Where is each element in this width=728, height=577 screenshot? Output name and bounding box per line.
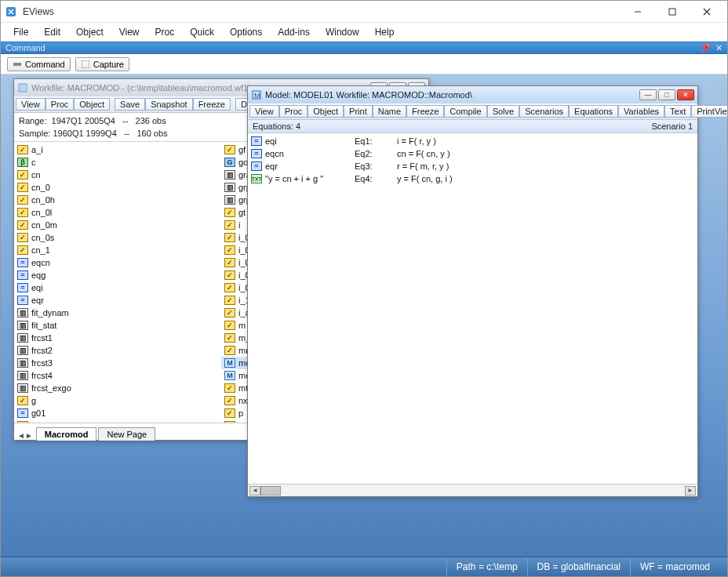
model-close-button[interactable]: ✕: [677, 89, 694, 100]
capture-button[interactable]: Capture: [75, 57, 129, 71]
command-button[interactable]: Command: [7, 57, 71, 71]
command-button-label: Command: [25, 60, 65, 69]
model-eqcount: Equations: 4: [253, 122, 300, 131]
model-minimize-button[interactable]: —: [639, 89, 657, 100]
series-icon: ✓: [17, 208, 28, 217]
model-name-button[interactable]: Name: [373, 105, 406, 118]
model-scenarios-button[interactable]: Scenarios: [519, 105, 569, 118]
workfile-item[interactable]: ▥frcst2: [14, 344, 221, 357]
workfile-item[interactable]: ▥frcst1: [14, 332, 221, 344]
model-equations-button[interactable]: Equations: [569, 105, 618, 118]
workfile-item-label: frcst1: [31, 333, 53, 343]
menu-object[interactable]: Object: [68, 24, 111, 40]
workfile-item-label: r: [238, 421, 242, 423]
tab-new-page[interactable]: New Page: [98, 427, 155, 441]
workfile-item[interactable]: ✓cn_0s: [14, 231, 221, 244]
scroll-left-icon[interactable]: ◄: [249, 486, 260, 495]
workfile-object-button[interactable]: Object: [74, 98, 110, 111]
menu-proc[interactable]: Proc: [147, 24, 183, 40]
workfile-item[interactable]: ▥frcst_exgo: [14, 382, 221, 394]
tab-scroll-right-icon[interactable]: ►: [25, 431, 33, 440]
command-toolbar: Command Capture: [1, 54, 727, 74]
graph-icon: ▥: [224, 170, 235, 180]
scroll-thumb[interactable]: [260, 486, 281, 495]
workfile-item[interactable]: =eqr: [14, 294, 221, 307]
workfile-snapshot-button[interactable]: Snapshot: [145, 98, 192, 111]
tab-macromod[interactable]: Macromod: [36, 427, 97, 441]
minimize-button[interactable]: [621, 1, 655, 23]
workfile-item[interactable]: ▥frcst4: [14, 369, 221, 382]
workfile-item-label: gf: [238, 145, 246, 154]
workfile-proc-button[interactable]: Proc: [46, 98, 75, 111]
workfile-item-label: i: [238, 220, 240, 230]
model-print-button[interactable]: Print: [344, 105, 373, 118]
workfile-item-label: nx: [238, 396, 248, 405]
workfile-item[interactable]: ✓cn_0h: [14, 194, 221, 206]
mdi-workspace: Workfile: MACROMOD - (c:\temp\tableau\ma…: [1, 74, 727, 557]
command-pane-header[interactable]: Command 📌 ✕: [1, 42, 727, 54]
workfile-item[interactable]: ✓a_i: [14, 143, 221, 156]
model-object-button[interactable]: Object: [308, 105, 344, 118]
menu-help[interactable]: Help: [367, 24, 402, 40]
model-proc-button[interactable]: Proc: [279, 105, 308, 118]
model-hscroll[interactable]: ◄ ►: [248, 484, 697, 496]
command-pane-label: Command: [5, 43, 46, 53]
model-icon: M: [224, 371, 235, 380]
workfile-item[interactable]: ▥frcst3: [14, 357, 221, 369]
model-solve-button[interactable]: Solve: [487, 105, 520, 118]
menu-quick[interactable]: Quick: [182, 24, 222, 40]
maximize-button[interactable]: [655, 1, 690, 23]
model-freeze-button[interactable]: Freeze: [406, 105, 444, 118]
workfile-item[interactable]: ✓cn: [14, 169, 221, 181]
workfile-item[interactable]: ▥fit_stat: [14, 319, 221, 332]
workfile-freeze-button[interactable]: Freeze: [193, 98, 231, 111]
tab-scroll-left-icon[interactable]: ◄: [17, 431, 25, 440]
pin-icon[interactable]: 📌: [700, 43, 711, 53]
equation-row[interactable]: TXT"y = cn + i + g "Eq4:y = F( cn, g, i …: [251, 172, 694, 185]
workfile-item-label: a_i: [31, 145, 43, 154]
workfile-item[interactable]: ✓cn_0: [14, 181, 221, 194]
series-icon: ✓: [224, 383, 235, 393]
series-icon: ✓: [224, 321, 235, 330]
workfile-item[interactable]: =eqg: [14, 269, 221, 281]
workfile-item[interactable]: ▥fit_dynam: [14, 307, 221, 319]
model-window[interactable]: M Model: MODEL01 Workfile: MACROMOD::Mac…: [247, 85, 698, 497]
workfile-item[interactable]: βc: [14, 156, 221, 169]
workfile-item[interactable]: =g01: [14, 407, 221, 419]
model-icon: M: [251, 89, 262, 100]
menu-addins[interactable]: Add-ins: [270, 24, 318, 40]
model-variables-button[interactable]: Variables: [618, 105, 664, 118]
alpha-icon: β: [17, 158, 28, 167]
model-titlebar[interactable]: M Model: MODEL01 Workfile: MACROMOD::Mac…: [248, 86, 697, 103]
workfile-icon: [17, 82, 28, 93]
model-printview-button[interactable]: PrintView: [691, 105, 727, 118]
workfile-item[interactable]: ✓cn_0m: [14, 219, 221, 231]
workfile-view-button[interactable]: View: [16, 98, 46, 111]
close-command-pane-icon[interactable]: ✕: [715, 43, 723, 53]
workfile-item[interactable]: =eqcn: [14, 256, 221, 269]
equation-icon: =: [17, 296, 28, 305]
workfile-item[interactable]: ✓g: [14, 394, 221, 407]
model-compile-button[interactable]: Compile: [444, 105, 486, 118]
workfile-item[interactable]: ✓g_trend: [14, 419, 221, 423]
equation-row[interactable]: =eqcnEq2:cn = F( cn, y ): [251, 147, 694, 160]
series-icon: ✓: [224, 408, 235, 418]
equation-row[interactable]: =eqrEq3:r = F( m, r, y ): [251, 160, 694, 172]
menu-view[interactable]: View: [111, 24, 147, 40]
menu-edit[interactable]: Edit: [36, 24, 68, 40]
menu-window[interactable]: Window: [318, 24, 367, 40]
menu-options[interactable]: Options: [222, 24, 270, 40]
workfile-item[interactable]: ✓cn_1: [14, 244, 221, 256]
workfile-item[interactable]: ✓cn_0l: [14, 206, 221, 219]
workfile-item[interactable]: =eqi: [14, 281, 221, 294]
model-maximize-button[interactable]: □: [658, 89, 675, 100]
equation-row[interactable]: =eqiEq1:i = F( r, y ): [251, 135, 694, 147]
scroll-right-icon[interactable]: ►: [685, 486, 696, 495]
model-view-button[interactable]: View: [249, 105, 279, 118]
model-text-button[interactable]: Text: [664, 105, 691, 118]
workfile-item-label: eqr: [31, 296, 44, 305]
close-button[interactable]: [690, 1, 724, 23]
workfile-save-button[interactable]: Save: [115, 98, 145, 111]
graph-icon: ▥: [224, 183, 235, 192]
menu-file[interactable]: File: [5, 24, 36, 40]
